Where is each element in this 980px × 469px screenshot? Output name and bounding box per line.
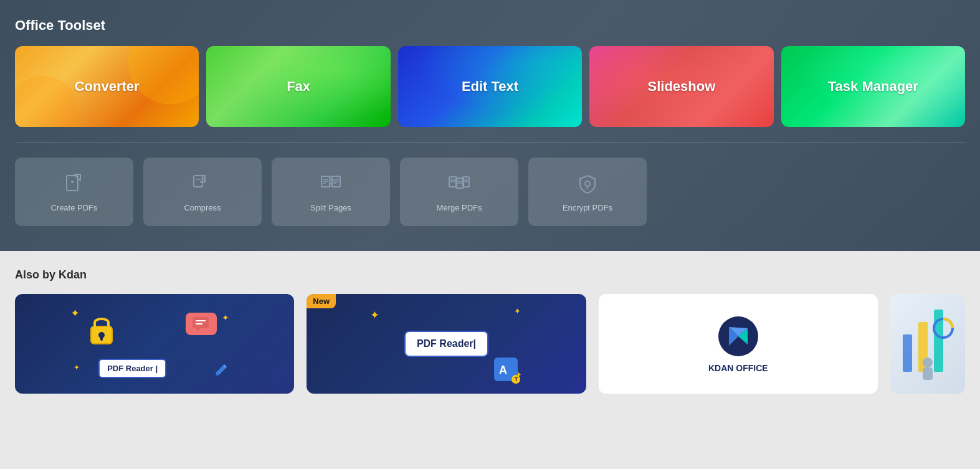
- encrypt-pdfs-label: Encrypt PDFs: [563, 203, 612, 212]
- create-pdfs-button[interactable]: Create PDFs: [15, 158, 133, 226]
- sparkle-icon: ✦: [222, 313, 229, 323]
- create-pdfs-icon: [62, 172, 87, 197]
- svg-rect-32: [193, 317, 209, 328]
- svg-point-44: [923, 358, 933, 367]
- chart-illustration: [897, 303, 959, 384]
- sparkle-icon: ✦: [370, 308, 379, 322]
- pdf-reader-card-label: PDF Reader |: [98, 359, 166, 378]
- top-section: Office Toolset Converter Fax Edit Text S…: [0, 0, 980, 251]
- tool-card-taskmanager-label: Task Manager: [828, 78, 918, 95]
- pdf-tools-row: Create PDFs Compress: [15, 158, 965, 226]
- tool-card-fax[interactable]: Fax: [206, 46, 390, 127]
- split-pages-button[interactable]: Split Pages: [272, 158, 390, 226]
- tool-card-edittext[interactable]: Edit Text: [398, 46, 582, 127]
- chat-bubble-icon: [186, 313, 217, 335]
- tool-card-slideshow[interactable]: Slideshow: [589, 46, 773, 127]
- svg-rect-45: [923, 367, 933, 380]
- tool-card-taskmanager[interactable]: Task Manager: [781, 46, 965, 127]
- compress-icon: [190, 172, 215, 197]
- section-divider: [15, 142, 965, 143]
- merge-pdfs-label: Merge PDFs: [437, 203, 482, 212]
- encrypt-pdfs-button[interactable]: Encrypt PDFs: [528, 158, 647, 226]
- tool-cards-row: Converter Fax Edit Text Slideshow Task M…: [15, 46, 965, 127]
- kdan-office-content: KDAN OFFICE: [708, 315, 768, 373]
- sparkle-icon: ✦: [70, 306, 80, 320]
- fourth-card-content: [890, 294, 965, 394]
- lock-icon: [86, 313, 117, 349]
- split-pages-icon: [318, 172, 343, 197]
- pdf-reader-2-illustration: ✦ ✦ ✦ PDF Reader| A T: [365, 303, 527, 384]
- tool-card-fax-label: Fax: [287, 78, 310, 95]
- svg-rect-40: [903, 334, 912, 372]
- sparkle-icon: ✦: [74, 363, 80, 372]
- kdan-office-logo: [716, 315, 760, 358]
- sparkle-icon: ✦: [514, 306, 521, 316]
- also-card-pdf-reader-1[interactable]: ✦ ✦ ✦: [15, 294, 294, 394]
- also-card-pdf-reader-2[interactable]: New ✦ ✦ ✦ PDF Reader| A T: [307, 294, 586, 394]
- pdf-reader-illustration-1: ✦ ✦ ✦: [67, 303, 242, 384]
- pdf-reader-label-card: PDF Reader|: [404, 331, 488, 357]
- tool-card-converter-label: Converter: [75, 78, 140, 95]
- svg-point-27: [585, 181, 590, 186]
- also-card-fourth[interactable]: [890, 294, 965, 394]
- create-pdfs-label: Create PDFs: [50, 203, 97, 212]
- split-pages-label: Split Pages: [310, 203, 351, 212]
- merge-pdfs-button[interactable]: Merge PDFs: [400, 158, 518, 226]
- kdan-office-text: KDAN OFFICE: [708, 363, 768, 373]
- also-cards-row: ✦ ✦ ✦: [15, 294, 965, 394]
- tool-card-slideshow-label: Slideshow: [648, 78, 716, 95]
- page-title: Office Toolset: [15, 17, 965, 34]
- svg-text:A: A: [499, 364, 507, 376]
- tool-card-converter[interactable]: Converter: [15, 46, 199, 127]
- merge-pdfs-icon: [447, 172, 472, 197]
- pencil-icon: [214, 362, 229, 379]
- tool-card-edittext-label: Edit Text: [462, 78, 518, 95]
- new-badge: New: [307, 294, 336, 308]
- compress-button[interactable]: Compress: [143, 158, 262, 226]
- also-card-kdan-office[interactable]: KDAN OFFICE: [599, 294, 878, 394]
- encrypt-pdfs-icon: [575, 172, 600, 197]
- compress-label: Compress: [184, 203, 221, 212]
- also-by-kdan-section: Also by Kdan ✦ ✦ ✦: [0, 251, 980, 406]
- also-by-kdan-title: Also by Kdan: [15, 268, 965, 282]
- svg-rect-31: [100, 336, 103, 341]
- at-icon: A T: [494, 358, 518, 381]
